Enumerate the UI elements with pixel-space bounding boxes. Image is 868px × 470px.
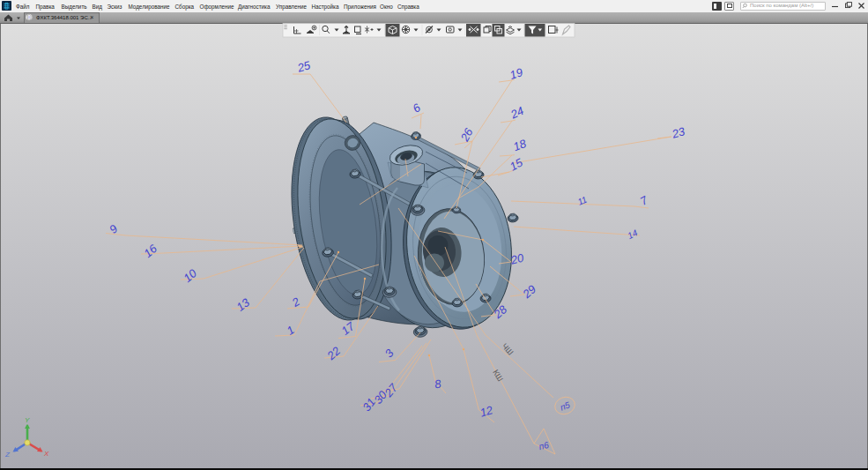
svg-text:18: 18 bbox=[511, 137, 528, 153]
svg-text:3: 3 bbox=[382, 347, 397, 361]
svg-text:Z: Z bbox=[4, 451, 11, 459]
svg-text:17: 17 bbox=[338, 319, 357, 338]
svg-text:22: 22 bbox=[324, 344, 344, 363]
svg-text:15: 15 bbox=[508, 155, 525, 173]
svg-text:23: 23 bbox=[670, 124, 687, 141]
svg-text:26: 26 bbox=[457, 125, 476, 144]
svg-text:19: 19 bbox=[508, 65, 524, 82]
svg-text:КШ: КШ bbox=[491, 369, 505, 384]
svg-text:24: 24 bbox=[508, 104, 525, 122]
svg-text:25: 25 bbox=[295, 58, 313, 75]
svg-text:7: 7 bbox=[638, 193, 650, 208]
svg-text:10: 10 bbox=[181, 266, 199, 285]
svg-text:13: 13 bbox=[234, 295, 252, 314]
svg-text:8: 8 bbox=[434, 377, 442, 391]
svg-text:п6: п6 bbox=[538, 440, 550, 451]
svg-text:16: 16 bbox=[141, 242, 160, 260]
svg-text:6: 6 bbox=[410, 101, 423, 116]
svg-text:п5: п5 bbox=[559, 399, 572, 412]
svg-text:14: 14 bbox=[626, 228, 639, 241]
svg-text:Y: Y bbox=[25, 416, 30, 424]
svg-text:ЧШ: ЧШ bbox=[501, 341, 516, 356]
svg-text:29: 29 bbox=[520, 282, 539, 301]
svg-text:12: 12 bbox=[479, 403, 495, 420]
svg-text:11: 11 bbox=[576, 194, 589, 206]
svg-text:X: X bbox=[43, 450, 49, 458]
